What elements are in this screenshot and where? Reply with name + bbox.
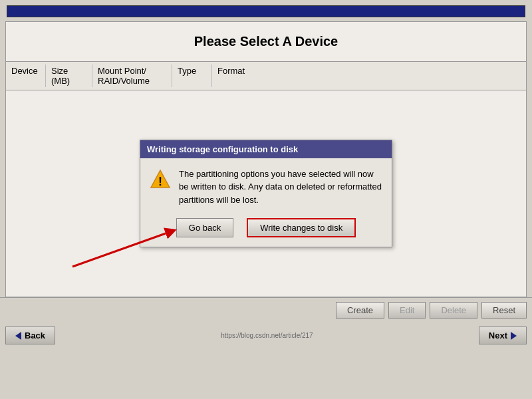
top-bar — [0, 0, 532, 21]
table-header: Device Size(MB) Mount Point/RAID/Volume … — [6, 62, 526, 90]
next-label: Next — [489, 331, 507, 340]
red-arrow-indicator — [66, 220, 199, 273]
col-type: Type — [172, 65, 212, 87]
title-section: Please Select A Device — [6, 22, 526, 62]
warning-icon: ! — [150, 169, 171, 190]
progress-bar — [7, 5, 525, 17]
modal-message: The partitioning options you have select… — [179, 168, 382, 207]
col-device: Device — [6, 65, 46, 87]
svg-line-3 — [72, 233, 166, 267]
modal-title-bar: Writing storage configuration to disk — [140, 140, 392, 158]
next-button[interactable]: Next — [479, 327, 527, 344]
edit-button[interactable]: Edit — [388, 302, 426, 319]
back-arrow-icon — [15, 332, 21, 340]
content-area: Writing storage configuration to disk ! … — [6, 90, 526, 297]
write-changes-button[interactable]: Write changes to disk — [247, 218, 356, 237]
progress-bar-fill — [7, 6, 370, 17]
col-format: Format — [212, 65, 259, 87]
modal-body: ! The partitioning options you have sele… — [140, 158, 392, 213]
next-arrow-icon — [511, 332, 517, 340]
create-button[interactable]: Create — [336, 302, 384, 319]
back-button[interactable]: Back — [5, 327, 55, 344]
svg-text:!: ! — [158, 175, 162, 188]
url-text: https://blog.csdn.net/article/217 — [55, 332, 479, 339]
main-window: Please Select A Device Device Size(MB) M… — [5, 21, 527, 297]
col-size: Size(MB) — [46, 65, 92, 87]
col-mount: Mount Point/RAID/Volume — [92, 65, 172, 87]
bottom-toolbar: Create Edit Delete Reset — [0, 297, 532, 323]
nav-bar: Back https://blog.csdn.net/article/217 N… — [0, 323, 532, 348]
delete-button[interactable]: Delete — [430, 302, 477, 319]
back-label: Back — [25, 331, 45, 340]
reset-button[interactable]: Reset — [481, 302, 527, 319]
page-title: Please Select A Device — [13, 34, 519, 49]
